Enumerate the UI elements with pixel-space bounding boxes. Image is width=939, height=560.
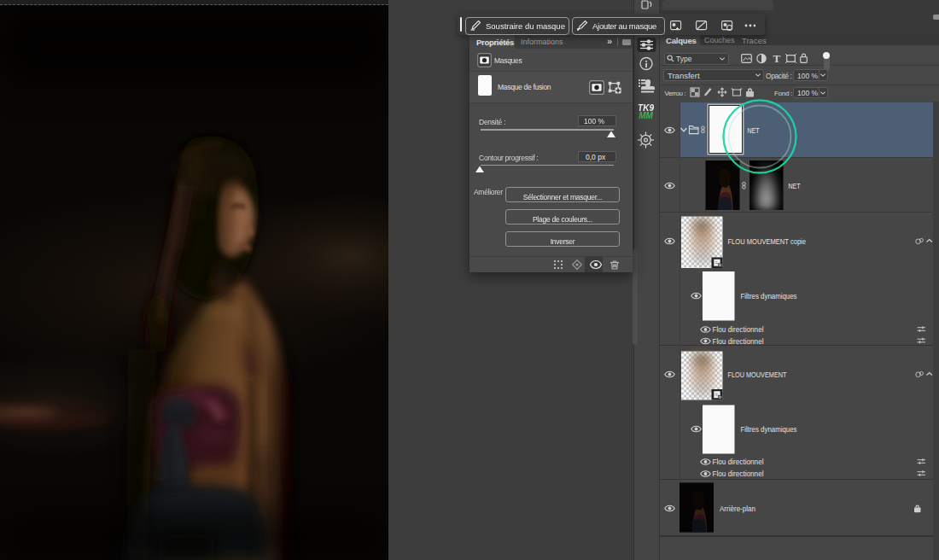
svg-text:Flou directionnel: Flou directionnel bbox=[713, 469, 764, 478]
svg-text:Flou directionnel: Flou directionnel bbox=[713, 457, 764, 466]
svg-text:FLOU MOUVEMENT copie: FLOU MOUVEMENT copie bbox=[728, 236, 807, 246]
svg-text:Arrière-plan: Arrière-plan bbox=[720, 504, 755, 513]
svg-text:T: T bbox=[773, 53, 781, 64]
svg-text:Flou directionnel: Flou directionnel bbox=[713, 336, 764, 346]
svg-text:Filtres dynamiques: Filtres dynamiques bbox=[741, 291, 797, 300]
svg-text:FLOU MOUVEMENT: FLOU MOUVEMENT bbox=[728, 370, 787, 379]
svg-text:Filtres dynamiques: Filtres dynamiques bbox=[741, 424, 797, 434]
svg-text:Flou directionnel: Flou directionnel bbox=[713, 324, 764, 334]
